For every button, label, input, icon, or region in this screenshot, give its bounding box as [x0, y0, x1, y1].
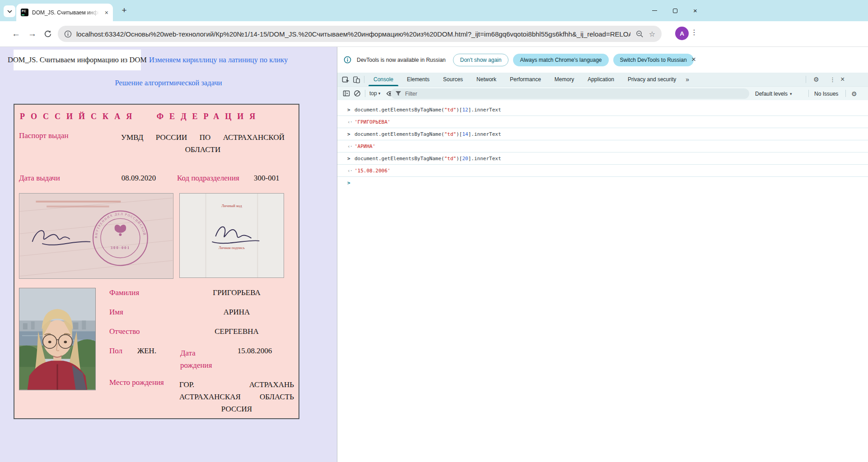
back-button[interactable]: ← [12, 29, 20, 39]
devtools-tabs: ConsoleElementsSourcesNetworkPerformance… [367, 73, 683, 86]
birthplace-label: Место рождения [109, 379, 179, 415]
url-text[interactable]: localhost:63342/Основы%20web-технологий/… [76, 30, 630, 38]
pycharm-favicon-icon: PC [21, 9, 28, 16]
console-entry-text: document.getElementsByTagName("td")[20].… [355, 152, 501, 164]
window-minimize-button[interactable] [644, 0, 665, 21]
devtools-tab-performance[interactable]: Performance [503, 73, 548, 86]
reload-button[interactable] [44, 30, 52, 40]
signature-image: Личный код Личная подпись [179, 193, 284, 278]
browser-tab[interactable]: PC DOM_JS. Считываем информацию из DOM × [16, 4, 113, 21]
firstname-label: Имя [109, 308, 179, 316]
devtools-tabbar: ConsoleElementsSourcesNetworkPerformance… [337, 73, 868, 86]
dont-show-again-button[interactable]: Don't show again [453, 54, 509, 66]
issued-by-value: УМВД РОССИИ ПО АСТРАХАНСКОЙ ОБЛАСТИ [121, 131, 285, 156]
infobar-close-icon[interactable]: × [691, 55, 696, 64]
gear-icon: ⚙ [813, 76, 819, 83]
tab-close-icon[interactable]: × [105, 9, 108, 16]
context-selector[interactable]: top [369, 90, 377, 97]
browser-menu-icon[interactable]: ⋮ [691, 28, 698, 37]
birthdate-value: 15.08.2006 [215, 347, 294, 371]
window-close-button[interactable]: × [685, 0, 705, 21]
console-input-row: >document.getElementsByTagName("td")[12]… [337, 104, 868, 116]
console-input-row: >document.getElementsByTagName("td")[20]… [337, 152, 868, 165]
log-levels-dropdown[interactable]: Default levels ▾ [755, 87, 792, 101]
sidebar-icon [343, 90, 350, 97]
filter-funnel-icon [395, 91, 401, 97]
firstname-value: АРИНА [179, 308, 294, 316]
page-link-algorithm-task[interactable]: Решение алгоритмической задачи [115, 79, 222, 87]
match-chrome-language-button[interactable]: Always match Chrome's language [513, 54, 608, 66]
console-entry-text: 'ГРИГОРЬЕВА' [355, 116, 390, 128]
window-controls: × [644, 0, 705, 21]
zoom-out-icon[interactable] [636, 30, 644, 38]
device-toolbar-button[interactable] [351, 74, 362, 85]
console-prompt-row[interactable]: > [337, 177, 868, 189]
surname-label: Фамилия [109, 289, 179, 296]
close-icon: × [840, 75, 845, 83]
devtools-settings-button[interactable]: ⚙ [813, 73, 819, 86]
console-result-row: ‹·'АРИНА' [337, 140, 868, 152]
forward-button[interactable]: → [28, 29, 37, 39]
maximize-icon [673, 9, 677, 13]
tab-title: DOM_JS. Считываем информацию из DOM [32, 9, 99, 16]
new-tab-button[interactable]: + [119, 5, 130, 16]
console-entry-text: document.getElementsByTagName("td")[12].… [355, 104, 501, 116]
devtools-tab-console[interactable]: Console [367, 73, 400, 86]
console-return-arrow-icon: ‹· [347, 165, 355, 176]
devtools-tab-privacy-and-security[interactable]: Privacy and security [621, 73, 683, 86]
issues-counter[interactable]: No Issues [814, 87, 838, 101]
passport-person-section: Фамилия ГРИГОРЬЕВА Имя АРИНА Отчество СЕ… [19, 288, 294, 415]
page-tab-active[interactable]: DOM_JS. Считываем информацию из DOM [14, 50, 141, 70]
browser-window: PC DOM_JS. Считываем информацию из DOM ×… [0, 0, 868, 462]
console-settings-button[interactable]: ⚙ [851, 87, 857, 101]
console-return-arrow-icon: ‹· [347, 140, 355, 152]
issued-by-label: Паспорт выдан [19, 131, 105, 156]
devtools-close-button[interactable]: × [840, 73, 845, 86]
sex-label: Пол [109, 347, 137, 371]
devtools-panel: DevTools is now available in Russian Don… [337, 47, 868, 462]
inspect-icon [342, 76, 350, 83]
info-icon [344, 56, 351, 64]
clear-console-button[interactable] [352, 88, 363, 99]
bookmark-star-icon[interactable]: ☆ [649, 30, 655, 38]
console-sidebar-toggle[interactable] [341, 88, 352, 99]
profile-avatar[interactable]: A [675, 27, 689, 40]
stamp-code-text: 300-001 [111, 245, 131, 250]
site-info-icon[interactable] [64, 30, 72, 38]
browser-toolbar: ← → localhost:63342/Основы%20web-техноло… [0, 21, 868, 47]
switch-to-russian-button[interactable]: Switch DevTools to Russian [613, 54, 694, 66]
devtools-tab-sources[interactable]: Sources [436, 73, 470, 86]
tab-strip: PC DOM_JS. Считываем информацию из DOM ×… [0, 0, 868, 21]
surname-value: ГРИГОРЬЕВА [179, 289, 294, 296]
console-return-arrow-icon: ‹· [347, 116, 355, 128]
personal-code-label: Личный код [221, 203, 242, 208]
division-code-value: 300-001 [239, 174, 294, 183]
more-tabs-icon[interactable]: » [686, 76, 689, 83]
devtools-menu-button[interactable]: ⋮ [830, 73, 835, 86]
filter-placeholder: Filter [405, 91, 417, 97]
console-filter-input[interactable]: Filter [391, 88, 749, 99]
portrait-photo [19, 288, 96, 390]
window-maximize-button[interactable] [665, 0, 685, 21]
passport-card: РОССИЙСКАЯ ФЕДЕРАЦИЯ Паспорт выдан УМВД … [14, 104, 299, 419]
console-prompt-chevron-icon: > [347, 177, 355, 189]
devtools-language-infobar: DevTools is now available in Russian Don… [337, 47, 868, 73]
devtools-tab-memory[interactable]: Memory [548, 73, 581, 86]
reload-icon [44, 30, 52, 38]
content-area: DOM_JS. Считываем информацию из DOM Изме… [0, 47, 868, 462]
inspect-element-button[interactable] [340, 74, 351, 85]
console-entry-text: 'АРИНА' [355, 140, 375, 152]
issue-date-value: 08.09.2020 [105, 174, 173, 183]
devtools-tab-network[interactable]: Network [470, 73, 503, 86]
personal-signature-label: Личная подпись [219, 246, 245, 250]
address-bar[interactable]: localhost:63342/Основы%20web-технологий/… [58, 26, 662, 42]
devtools-tab-application[interactable]: Application [581, 73, 621, 86]
console-output[interactable]: >document.getElementsByTagName("td")[12]… [337, 100, 868, 462]
kebab-icon: ⋮ [830, 76, 835, 83]
tab-search-button[interactable] [4, 5, 15, 17]
devtools-tab-elements[interactable]: Elements [400, 73, 436, 86]
web-page: DOM_JS. Считываем информацию из DOM Изме… [0, 47, 337, 462]
page-link-cyrillic-to-latin[interactable]: Изменяем кириллицу на латиницу по клику [149, 55, 288, 65]
sex-value: ЖЕН. [137, 347, 180, 371]
stamp-image: ВНУТРЕННИХ ДЕЛ РОССИЙСКОЙ ФЕДЕРАЦИИ 300-… [19, 193, 173, 279]
